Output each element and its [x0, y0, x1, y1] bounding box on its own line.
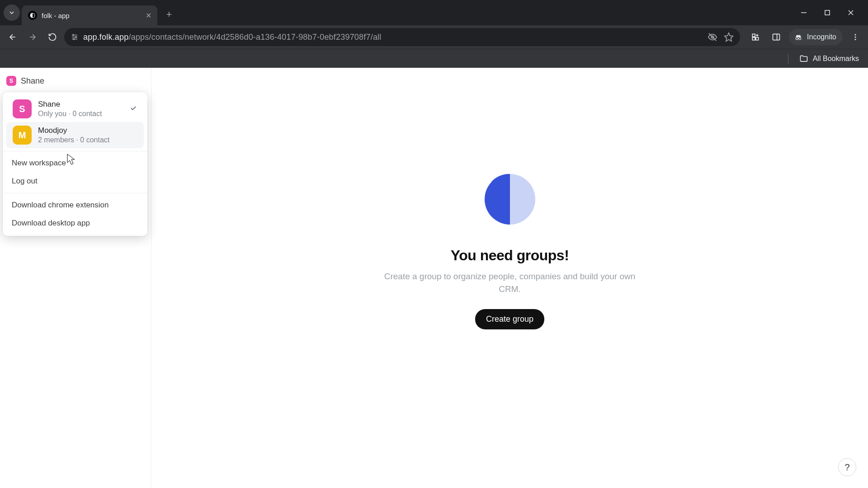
incognito-icon	[793, 32, 803, 42]
forward-button[interactable]	[24, 29, 41, 45]
browser-toolbar: app.folk.app/apps/contacts/network/4d258…	[0, 25, 868, 49]
eye-off-icon[interactable]	[708, 32, 717, 42]
svg-point-27	[855, 37, 856, 38]
site-settings-icon[interactable]	[71, 33, 79, 41]
svg-marker-15	[725, 33, 733, 41]
incognito-label: Incognito	[807, 33, 836, 41]
workspace-item-shane[interactable]: S Shane Only you · 0 contact	[6, 96, 144, 122]
workspace-item-name: Shane	[38, 100, 123, 109]
svg-point-23	[796, 38, 798, 40]
folder-icon	[799, 54, 808, 63]
create-group-button[interactable]: Create group	[475, 309, 544, 329]
extensions-button[interactable]	[747, 29, 764, 45]
download-chrome-extension-action[interactable]: Download chrome extension	[3, 196, 147, 214]
url-text: app.folk.app/apps/contacts/network/4d258…	[83, 33, 382, 42]
tab-favicon-icon	[28, 11, 37, 20]
app-viewport: S Shane S Shane Only you · 0 contact M M…	[0, 68, 868, 488]
workspace-item-name: Moodjoy	[38, 126, 137, 135]
close-window-button[interactable]	[844, 6, 857, 19]
svg-point-10	[73, 34, 74, 36]
svg-rect-16	[752, 34, 755, 37]
svg-point-11	[75, 37, 77, 38]
groups-illustration-icon	[483, 172, 537, 226]
svg-point-24	[799, 38, 801, 40]
empty-state-title: You need groups!	[383, 247, 637, 264]
workspace-switcher-button[interactable]: S Shane	[6, 76, 145, 86]
workspace-avatar: S	[13, 99, 32, 118]
address-bar[interactable]: app.folk.app/apps/contacts/network/4d258…	[64, 28, 740, 46]
divider	[788, 54, 788, 64]
tab-search-button[interactable]	[4, 5, 20, 21]
empty-state-subtitle: Create a group to organize people, compa…	[383, 270, 637, 295]
workspace-avatar: M	[13, 126, 32, 145]
divider	[3, 151, 147, 151]
svg-rect-17	[752, 38, 755, 40]
svg-point-28	[855, 39, 856, 40]
browser-menu-button[interactable]	[847, 29, 863, 45]
workspace-menu: S Shane Only you · 0 contact M Moodjoy 2…	[3, 92, 147, 236]
tab-close-button[interactable]: ✕	[144, 11, 153, 20]
main-content: You need groups! Create a group to organ…	[151, 68, 868, 488]
tab-title: folk - app	[42, 12, 139, 19]
svg-rect-2	[825, 10, 830, 15]
sidebar: S Shane S Shane Only you · 0 contact M M…	[0, 68, 151, 488]
window-controls	[797, 6, 864, 19]
chevron-down-icon	[8, 9, 15, 16]
sidepanel-button[interactable]	[768, 29, 784, 45]
empty-state: You need groups! Create a group to organ…	[383, 172, 637, 329]
back-button[interactable]	[5, 29, 21, 45]
minimize-button[interactable]	[797, 6, 810, 19]
divider	[3, 193, 147, 193]
star-icon[interactable]	[724, 32, 734, 42]
workspace-name: Shane	[21, 76, 44, 86]
check-icon	[129, 104, 137, 114]
download-desktop-app-action[interactable]: Download desktop app	[3, 214, 147, 232]
workspace-item-subtitle: Only you · 0 contact	[38, 110, 123, 118]
browser-tab-strip: folk - app ✕ +	[0, 0, 868, 25]
all-bookmarks-link[interactable]: All Bookmarks	[813, 55, 859, 63]
reload-button[interactable]	[44, 29, 61, 45]
help-button[interactable]: ?	[838, 458, 856, 476]
new-tab-button[interactable]: +	[161, 6, 177, 23]
maximize-button[interactable]	[821, 6, 834, 19]
svg-rect-18	[756, 38, 759, 40]
logout-action[interactable]: Log out	[3, 172, 147, 190]
new-workspace-action[interactable]: New workspace	[3, 154, 147, 172]
workspace-item-moodjoy[interactable]: M Moodjoy 2 members · 0 contact	[6, 122, 144, 148]
workspace-avatar: S	[6, 76, 16, 86]
svg-rect-21	[773, 34, 780, 40]
workspace-item-subtitle: 2 members · 0 contact	[38, 136, 137, 144]
svg-point-26	[855, 34, 856, 35]
browser-tab[interactable]: folk - app ✕	[22, 5, 157, 25]
bookmarks-bar: All Bookmarks	[0, 49, 868, 68]
svg-point-12	[73, 38, 75, 40]
incognito-badge[interactable]: Incognito	[789, 29, 843, 45]
